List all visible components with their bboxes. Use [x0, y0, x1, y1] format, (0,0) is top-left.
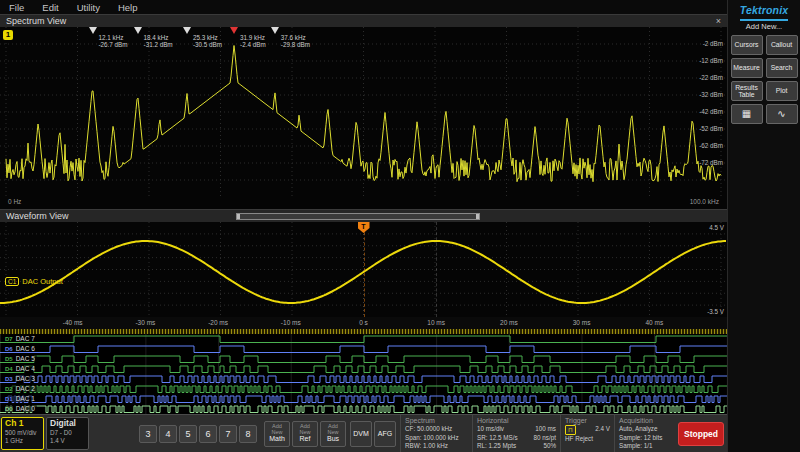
right-panel: Tektronix Add New... CursorsCalloutMeasu… — [727, 0, 800, 452]
spectrum-frequency-axis: 0 Hz 100.0 kHz — [0, 197, 727, 209]
digital-channel-label-d0[interactable]: D0DAC 0 — [3, 405, 37, 412]
channel-1-bandwidth: 1 GHz — [5, 437, 40, 445]
digital-badge-label: Digital — [50, 419, 85, 429]
sidebar-plot-button[interactable]: Plot — [766, 81, 798, 101]
time-axis-label: -10 ms — [281, 319, 301, 326]
panel-value: 50% — [543, 442, 556, 451]
spectrum-marker-5[interactable] — [271, 27, 279, 34]
channel-8-button[interactable]: 8 — [239, 425, 257, 443]
marker-readout: 18.4 kHz-31.2 dBm — [144, 34, 173, 48]
menu-edit[interactable]: Edit — [33, 2, 67, 13]
channel-7-button[interactable]: 7 — [219, 425, 237, 443]
digital-trace-svg — [0, 354, 727, 364]
trigger-badge-title: Trigger — [565, 417, 610, 425]
cursor-line[interactable] — [436, 222, 437, 317]
channel-1-badge-label: Ch 1 — [5, 419, 40, 429]
channel-1-waveform-label[interactable]: C1 DAC Output — [5, 277, 63, 286]
status-panels: SpectrumCF: 50.0000 kHzSpan: 100.000 kHz… — [400, 415, 678, 452]
sidebar-callout-button[interactable]: Callout — [766, 35, 798, 55]
db-axis-label: -2 dBm — [703, 40, 723, 47]
digital-chip-label: D1 — [5, 396, 13, 402]
horizontal-badge[interactable]: Horizontal10 ms/div100 msSR: 12.5 MS/s80… — [472, 415, 560, 452]
spectrum-plot: 1 12.1 kHz-26.7 dBm18.4 kHz-31.2 dBm25.3… — [0, 27, 727, 197]
digital-channel-row-d4: D4DAC 4 — [0, 364, 727, 374]
digital-trace — [0, 406, 727, 413]
vertical-axis-top-label: 4.5 V — [709, 224, 724, 231]
panel-value: Auto, Analyze — [619, 425, 658, 434]
stopped-button[interactable]: Stopped — [678, 422, 724, 446]
digital-chip-label: D0 — [5, 406, 13, 412]
dvm-button[interactable]: DVM — [350, 421, 372, 447]
spectrum-view-title: Spectrum View — [0, 16, 66, 26]
marker-readout: 37.6 kHz-29.8 dBm — [281, 34, 310, 48]
eye-diagram-button[interactable]: ∿ — [766, 104, 798, 124]
spectrum-marker-3[interactable] — [183, 27, 191, 34]
afg-button[interactable]: AFG — [374, 421, 396, 447]
menu-file[interactable]: File — [0, 2, 33, 13]
digital-trace-svg — [0, 374, 727, 384]
channel-1-badge[interactable]: Ch 1 500 mV/div 1 GHz — [1, 417, 44, 450]
spectrum-marker-2[interactable] — [134, 27, 142, 34]
spectrum-view-header: Spectrum View × — [0, 14, 727, 27]
channel-6-button[interactable]: 6 — [199, 425, 217, 443]
marker-readout: 12.1 kHz-26.7 dBm — [99, 34, 128, 48]
menu-help[interactable]: Help — [109, 2, 147, 13]
waveform-view-header: Waveform View — [0, 209, 727, 222]
pan-zoom-bar[interactable] — [236, 213, 480, 220]
spectrum-marker-4[interactable] — [230, 27, 238, 34]
sidebar-cursors-button[interactable]: Cursors — [731, 35, 763, 55]
time-axis-label: 20 ms — [500, 319, 518, 326]
freq-start-label: 0 Hz — [8, 198, 21, 209]
digital-channel-label-d5[interactable]: D5DAC 5 — [3, 355, 37, 362]
menu-utility[interactable]: Utility — [68, 2, 109, 13]
trigger-edge-icon: ⊓ — [565, 425, 576, 435]
panel-value: 80 ns/pt — [534, 434, 556, 443]
digital-trace-svg — [0, 364, 727, 374]
spectrum-badge-title: Spectrum — [405, 417, 468, 425]
add-new-math-button[interactable]: Add NewMath — [264, 421, 290, 447]
db-axis-label: -52 dBm — [699, 125, 723, 132]
spectrum-marker-1[interactable] — [89, 27, 97, 34]
db-axis-label: -72 dBm — [699, 159, 723, 166]
bottom-bar: Ch 1 500 mV/div 1 GHz Digital D7 - D0 1.… — [0, 414, 727, 452]
panel-value: 2.4 V — [595, 425, 610, 435]
digital-channel-label-d1[interactable]: D1DAC 1 — [3, 395, 37, 402]
time-axis-label: 10 ms — [427, 319, 445, 326]
add-new-bus-button[interactable]: Add NewBus — [320, 421, 346, 447]
panel-value: RL: 1.25 Mpts — [477, 442, 516, 451]
digital-channel-label-d3[interactable]: D3DAC 3 — [3, 375, 37, 382]
spectrum-badge[interactable]: SpectrumCF: 50.0000 kHzSpan: 100.000 kHz… — [400, 415, 472, 452]
time-axis-label: -30 ms — [135, 319, 155, 326]
digital-channel-label-d2[interactable]: D2DAC 2 — [3, 385, 37, 392]
mask-button[interactable]: ▦ — [731, 104, 763, 124]
sidebar-results-table-button[interactable]: Results Table — [731, 81, 763, 101]
digital-channel-label-d4[interactable]: D4DAC 4 — [3, 365, 37, 372]
pan-zoom-left-handle[interactable] — [237, 214, 240, 219]
digital-channel-name: DAC 1 — [16, 395, 35, 402]
pan-zoom-right-handle[interactable] — [476, 214, 479, 219]
sidebar-measure-button[interactable]: Measure — [731, 58, 763, 78]
panel-value: RBW: 1.00 kHz — [405, 442, 448, 451]
digital-chip-label: D5 — [5, 356, 13, 362]
add-new-ref-button[interactable]: Add NewRef — [292, 421, 318, 447]
digital-chip-label: D7 — [5, 336, 13, 342]
acquisition-badge[interactable]: AcquisitionAuto, AnalyzeSample: 12 bitsS… — [614, 415, 678, 452]
channel-5-button[interactable]: 5 — [179, 425, 197, 443]
panel-value: Span: 100.000 kHz — [405, 434, 459, 443]
digital-trace-svg — [0, 394, 727, 404]
digital-channel-row-d2: D2DAC 2 — [0, 384, 727, 394]
trigger-badge[interactable]: Trigger⊓2.4 VHF Reject — [560, 415, 614, 452]
channel-3-button[interactable]: 3 — [139, 425, 157, 443]
time-axis: -40 ms-30 ms-20 ms-10 ms0 s10 ms20 ms30 … — [0, 317, 727, 329]
close-icon[interactable]: × — [716, 16, 721, 26]
tektronix-logo: Tektronix — [740, 2, 789, 21]
channel-4-button[interactable]: 4 — [159, 425, 177, 443]
digital-channel-label-d6[interactable]: D6DAC 6 — [3, 345, 37, 352]
sidebar-search-button[interactable]: Search — [766, 58, 798, 78]
digital-trace-svg — [0, 344, 727, 354]
digital-badge[interactable]: Digital D7 - D0 1.4 V — [46, 417, 89, 450]
spectrum-channel-badge[interactable]: 1 — [3, 30, 13, 40]
digital-channel-label-d7[interactable]: D7DAC 7 — [3, 335, 37, 342]
digital-chip-label: D3 — [5, 376, 13, 382]
spectrum-trace — [6, 46, 721, 182]
